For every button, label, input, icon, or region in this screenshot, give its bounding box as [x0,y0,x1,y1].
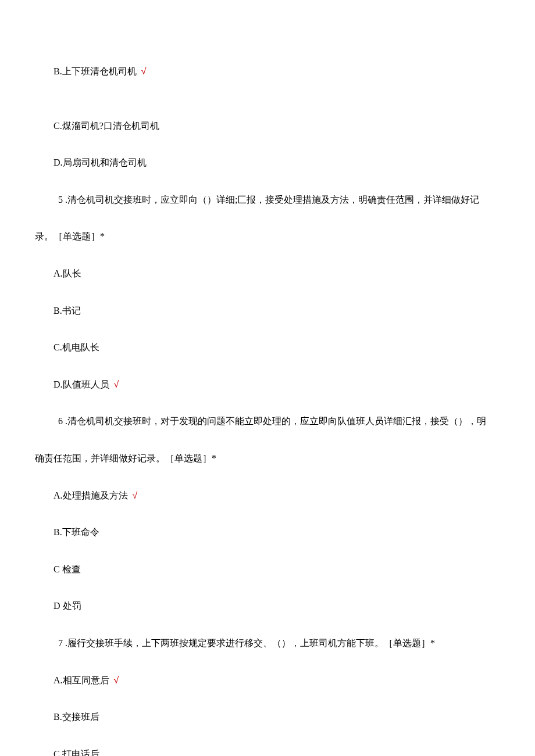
correct-mark-icon: √ [133,490,138,500]
q7-option-c: C.打电话后 [35,747,500,756]
option-text: C.煤溜司机?口清仓机司机 [54,121,159,131]
question-number: 5 [58,195,63,205]
option-text: A.相互同意后 [54,675,109,685]
question-text-part2: 录。［单选题］* [35,229,500,244]
q6-option-b: B.下班命令 [35,525,500,540]
question-text-part2: 确责任范围，并详细做好记录。［单选题］* [35,451,500,466]
q7-option-a: A.相互同意后 √ [35,673,500,688]
option-text: A.队长 [54,268,81,278]
q4-option-d: D.局扇司机和清仓司机 [35,155,500,170]
option-text: C 检查 [54,564,81,574]
option-text: D.队值班人员 [54,379,109,389]
option-text: B.上下班清仓机司机 [54,66,137,76]
option-text: C.机电队长 [54,342,99,352]
option-text: D.局扇司机和清仓司机 [54,157,147,167]
option-text: D 处罚 [54,601,81,611]
q4-option-c: C.煤溜司机?口清仓机司机 [35,119,500,134]
correct-mark-icon: √ [141,66,147,76]
q5-option-c: C.机电队长 [35,340,500,355]
option-text: C.打电话后 [54,749,99,756]
q6-option-d: D 处罚 [35,599,500,614]
question-text-part1: .清仓机司机交接班时，应立即向（）详细;匚报，接受处理措施及方法，明确责任范围，… [63,195,479,205]
question-number: 7 [58,638,63,648]
correct-mark-icon: √ [114,379,119,389]
q6-option-a: A.处理措施及方法 √ [35,488,500,503]
option-text: B.交接班后 [54,712,99,722]
correct-mark-icon: √ [114,675,119,685]
question-text: .履行交接班手续，上下两班按规定要求进行移交、（），上班司机方能下班。［单选题］… [63,638,435,648]
question-6: 6 .清仓机司机交接班时，对于发现的问题不能立即处理的，应立即向队值班人员详细汇… [35,414,500,614]
q5-option-b: B.书记 [35,303,500,318]
option-text: B.书记 [54,306,81,316]
q5-option-d: D.队值班人员 √ [35,377,500,392]
question-5: 5 .清仓机司机交接班时，应立即向（）详细;匚报，接受处理措施及方法，明确责任范… [35,192,500,392]
q4-option-b: B.上下班清仓机司机 √ [35,64,500,79]
q5-option-a: A.队长 [35,266,500,281]
option-text: B.下班命令 [54,527,99,537]
q6-option-c: C 检查 [35,562,500,577]
question-7: 7 .履行交接班手续，上下两班按规定要求进行移交、（），上班司机方能下班。［单选… [35,636,500,756]
question-text-part1: .清仓机司机交接班时，对于发现的问题不能立即处理的，应立即向队值班人员详细汇报，… [63,416,486,426]
option-text: A.处理措施及方法 [54,490,128,500]
q7-option-b: B.交接班后 [35,710,500,725]
question-number: 6 [58,416,63,426]
